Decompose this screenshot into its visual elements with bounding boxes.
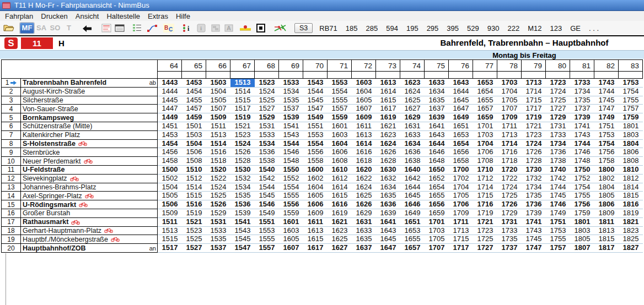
time-cell[interactable]: 1812 [619,175,643,183]
time-cell[interactable]: 1645 [376,235,400,244]
trip-column-header[interactable]: 72 [352,60,376,78]
time-cell[interactable]: 1513 [206,131,230,140]
time-cell[interactable]: 1643 [376,227,400,236]
time-cell[interactable]: 1809 [594,209,619,218]
time-cell[interactable]: 1634 [400,140,425,149]
time-cell[interactable]: 1733 [546,131,570,140]
line-button-285[interactable]: 285 [366,24,378,32]
time-cell[interactable]: 1453 [182,79,206,88]
time-cell[interactable]: 1538 [255,157,279,166]
time-cell[interactable]: 1615 [376,96,400,105]
time-cell[interactable]: 1613 [303,227,328,236]
menu-item-extras[interactable]: Extras [144,12,172,20]
stop-name-cell[interactable]: Bornkampsweg [21,113,158,122]
time-cell[interactable]: 1505 [158,192,182,200]
time-cell[interactable]: 1600 [303,166,328,175]
time-cell[interactable]: 1734 [570,88,594,96]
trip-column-header[interactable]: 80 [546,60,570,78]
time-cell[interactable]: 1557 [328,105,352,113]
time-cell[interactable]: 1617 [376,105,400,113]
time-cell[interactable]: 1719 [473,209,497,218]
time-cell[interactable]: 1520 [206,166,230,175]
time-cell[interactable]: 1523 [255,79,279,88]
time-cell[interactable]: 1731 [546,122,570,131]
time-cell[interactable]: 1625 [400,96,425,105]
time-cell[interactable]: 1755 [546,235,570,244]
time-cell[interactable]: 1545 [255,192,279,200]
trip-column-header[interactable]: 68 [255,60,279,78]
time-cell[interactable]: 1606 [303,200,328,209]
time-cell[interactable]: 1626 [352,200,376,209]
line-button-ge[interactable]: GE [570,24,581,32]
time-cell[interactable]: 1719 [522,113,546,122]
time-cell[interactable]: 1601 [279,218,303,227]
time-cell[interactable]: 1515 [182,192,206,200]
time-cell[interactable]: 1700 [449,166,473,175]
time-cell[interactable]: 1649 [449,113,473,122]
time-cell[interactable]: 1750 [570,166,594,175]
time-cell[interactable]: 1801 [570,218,594,227]
time-cell[interactable]: 1745 [522,235,546,244]
time-cell[interactable]: 1603 [328,131,352,140]
time-cell[interactable]: 1729 [546,113,570,122]
time-cell[interactable]: 1614 [328,183,352,192]
stop-name-cell[interactable]: U-Feldstraße [21,166,158,175]
time-cell[interactable]: 1555 [328,96,352,105]
time-cell[interactable]: 1543 [303,79,328,88]
stop-name-cell[interactable]: Johannes-Brahms-Platz [21,183,158,192]
time-cell[interactable]: 1804 [594,183,619,192]
time-cell[interactable]: 1731 [497,218,522,227]
time-cell[interactable]: 1821 [619,218,643,227]
time-cell[interactable]: 1627 [328,244,352,253]
time-cell[interactable]: 1629 [352,209,376,218]
stop-name-cell[interactable]: August-Kirch-Straße [21,88,158,96]
trip-column-header[interactable]: 71 [328,60,352,78]
time-cell[interactable]: 1503 [182,131,206,140]
time-cell[interactable]: 1712 [473,175,497,183]
time-cell[interactable]: 1653 [400,227,425,236]
time-cell[interactable]: 1757 [546,244,570,253]
time-cell[interactable]: 1626 [376,148,400,157]
time-cell[interactable]: 1509 [206,113,230,122]
time-cell[interactable]: 1536 [255,148,279,157]
time-cell[interactable]: 1704 [473,140,497,149]
time-cell[interactable]: 1727 [473,244,497,253]
time-cell[interactable]: 1505 [206,96,230,105]
time-cell[interactable]: 1634 [425,88,449,96]
time-cell[interactable]: 1715 [473,192,497,200]
line-button-185[interactable]: 185 [346,24,358,32]
time-cell[interactable]: 1539 [279,113,303,122]
time-cell[interactable]: 1654 [425,183,449,192]
departure-table-icon[interactable] [115,23,125,34]
time-cell[interactable]: 1528 [230,157,255,166]
time-cell[interactable]: 1708 [473,157,497,166]
time-cell[interactable]: 1723 [546,79,570,88]
time-cell[interactable]: 1746 [546,200,570,209]
time-cell[interactable]: 1524 [230,140,255,149]
time-cell[interactable]: 1511 [206,122,230,131]
time-cell[interactable]: 1556 [303,148,328,157]
time-cell[interactable]: 1527 [182,244,206,253]
time-cell[interactable]: 1458 [158,157,182,166]
time-cell[interactable]: 1655 [425,192,449,200]
time-cell[interactable]: 1445 [158,96,182,105]
time-cell[interactable]: 1526 [230,148,255,157]
time-cell[interactable]: 1545 [230,235,255,244]
stop-name-cell[interactable]: Axel-Springer-Platz [21,192,158,200]
time-cell[interactable]: 1606 [328,148,352,157]
time-cell[interactable]: 1738 [546,157,570,166]
time-cell[interactable]: 1513 [158,227,182,236]
time-cell[interactable]: 1507 [206,105,230,113]
network-map-icon[interactable] [273,23,287,34]
time-cell[interactable]: 1805 [594,192,619,200]
time-cell[interactable]: 1735 [497,235,522,244]
time-cell[interactable]: 1649 [400,209,425,218]
time-cell[interactable]: 1644 [425,140,449,149]
time-cell[interactable]: 1556 [279,200,303,209]
time-cell[interactable]: 1755 [570,192,594,200]
time-cell[interactable]: 1704 [449,183,473,192]
time-cell[interactable]: 1557 [255,244,279,253]
time-cell[interactable]: 1623 [376,131,400,140]
selected-line-button[interactable]: S3 [294,23,313,33]
time-cell[interactable]: 1444 [158,88,182,96]
